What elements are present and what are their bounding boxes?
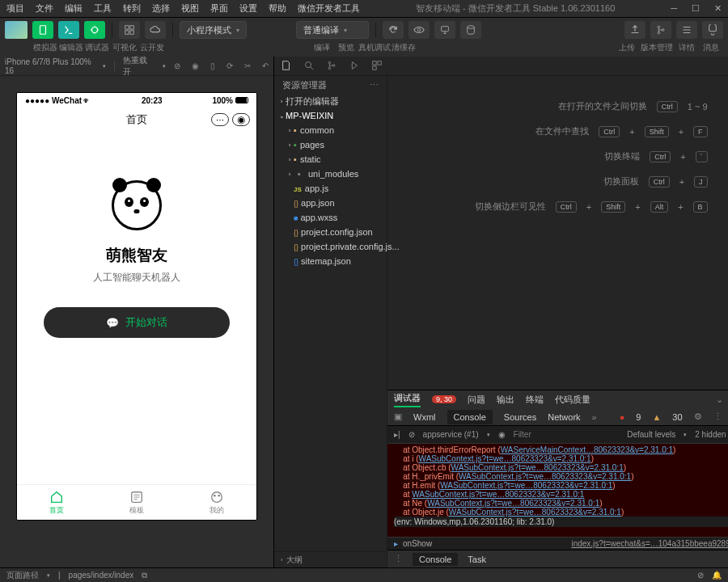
extensions-icon[interactable] xyxy=(371,60,383,73)
devtab-console[interactable]: Console xyxy=(447,410,493,424)
phone-nav: 首页 ··· ◉ xyxy=(17,108,256,132)
tree-folder[interactable]: ›common xyxy=(274,123,387,137)
record-icon[interactable]: ◉ xyxy=(192,61,199,70)
simulator-button[interactable] xyxy=(32,21,53,39)
live-icon[interactable]: ◉ xyxy=(498,430,506,439)
details-button[interactable] xyxy=(676,21,697,39)
device-icon[interactable]: ▯ xyxy=(210,61,215,70)
back-icon[interactable]: ↶ xyxy=(262,61,269,70)
current-path[interactable]: pages/index/index xyxy=(69,571,134,580)
messages-button[interactable] xyxy=(702,21,723,39)
tree-root[interactable]: ⌄MP-WEIXIN xyxy=(274,108,387,123)
warn-count[interactable]: 30 xyxy=(672,412,682,422)
footer-tab-task[interactable]: Task xyxy=(468,555,486,564)
compile-button[interactable] xyxy=(383,21,404,39)
menu-view[interactable]: 视图 xyxy=(181,2,199,15)
filter-input[interactable] xyxy=(514,430,550,439)
editor-button[interactable] xyxy=(58,21,79,39)
menu-goto[interactable]: 转到 xyxy=(123,2,141,15)
devtab-more-icon[interactable]: » xyxy=(592,412,597,422)
menu-tools[interactable]: 工具 xyxy=(94,2,112,15)
compile-select[interactable]: 普通编译 xyxy=(296,21,369,39)
remote-debug-button[interactable] xyxy=(434,21,455,39)
tab-home[interactable]: 首页 xyxy=(17,485,97,520)
tab-debugger[interactable]: 调试器 xyxy=(394,392,421,407)
tree-folder[interactable]: ›static xyxy=(274,152,387,167)
tab-problems[interactable]: 问题 xyxy=(468,394,485,406)
hot-reload-toggle[interactable]: 热重载 开 xyxy=(123,55,154,78)
version-button[interactable] xyxy=(650,21,671,39)
bell-icon[interactable]: 🔔 xyxy=(712,571,722,580)
visual-button[interactable] xyxy=(119,21,140,39)
devtab-wxml[interactable]: Wxml xyxy=(413,412,436,422)
tab-quality[interactable]: 代码质量 xyxy=(555,394,590,406)
start-chat-button[interactable]: 💬 开始对话 xyxy=(44,307,230,338)
tree-file[interactable]: sitemap.json xyxy=(274,254,387,268)
app-title: 萌熊智友 xyxy=(106,245,167,266)
search-icon[interactable] xyxy=(303,60,315,73)
file-tree: ›打开的编辑器 ⌄MP-WEIXIN ›common ›pages ›stati… xyxy=(274,94,387,268)
collapse-icon[interactable]: ⌄ xyxy=(716,394,723,405)
kebab-icon[interactable]: ⋮ xyxy=(713,411,722,422)
menu-select[interactable]: 选择 xyxy=(152,2,170,15)
context-select[interactable]: appservice (#1) xyxy=(423,430,479,439)
menu-project[interactable]: 项目 xyxy=(6,2,24,15)
inspect-icon[interactable]: ▣ xyxy=(394,411,402,422)
tree-file[interactable]: app.json xyxy=(274,196,387,210)
svg-point-13 xyxy=(211,491,222,502)
tab-template[interactable]: 模板 xyxy=(97,485,177,520)
preview-button[interactable] xyxy=(408,21,430,39)
notification-icon[interactable]: ⊘ xyxy=(697,571,704,580)
avatar[interactable] xyxy=(5,21,28,39)
mute-icon[interactable]: ⊘ xyxy=(174,61,180,70)
tree-file[interactable]: project.private.config.js... xyxy=(274,239,387,254)
tree-file[interactable]: app.js xyxy=(274,181,387,196)
hidden-count[interactable]: 2 hidden xyxy=(695,430,726,439)
console-output[interactable]: at Object.thirdErrorReport (WAServiceMai… xyxy=(387,444,728,537)
menu-settings[interactable]: 设置 xyxy=(239,2,257,15)
clear-cache-button[interactable] xyxy=(460,21,481,39)
files-icon[interactable] xyxy=(281,60,292,73)
menu-help[interactable]: 帮助 xyxy=(269,2,286,15)
outline-section[interactable]: ›大纲 xyxy=(274,551,387,567)
levels-select[interactable]: Default levels xyxy=(627,430,675,439)
tree-file[interactable]: project.config.json xyxy=(274,225,387,239)
cut-icon[interactable]: ✂ xyxy=(244,61,251,70)
git-icon[interactable] xyxy=(326,60,337,73)
device-select[interactable]: iPhone 6/7/8 Plus 100% 16 xyxy=(5,57,95,75)
more-icon[interactable]: ⋯ xyxy=(370,80,379,91)
clear-console-icon[interactable]: ⊘ xyxy=(408,430,415,439)
debug-icon[interactable] xyxy=(349,60,360,73)
mode-select[interactable]: 小程序模式 xyxy=(180,21,247,39)
close-icon[interactable]: ✕ xyxy=(714,3,722,14)
tree-folder[interactable]: ›pages xyxy=(274,137,387,152)
capsule-menu-icon[interactable]: ··· xyxy=(211,113,229,126)
cloud-button[interactable] xyxy=(145,21,166,39)
tree-open-editors[interactable]: ›打开的编辑器 xyxy=(274,94,387,108)
footer-tab-console[interactable]: Console xyxy=(413,553,458,566)
toolbar-labels: 模拟器 编辑器 调试器 可视化 云开发 编译 预览 真机调试 清缓存 上传 版本… xyxy=(0,42,728,57)
devtab-sources[interactable]: Sources xyxy=(504,412,536,422)
menu-interface[interactable]: 界面 xyxy=(210,2,228,15)
tab-mine[interactable]: 我的 xyxy=(176,485,256,520)
capsule-close-icon[interactable]: ◉ xyxy=(232,113,250,126)
debugger-button[interactable] xyxy=(84,21,105,39)
tab-terminal[interactable]: 终端 xyxy=(526,394,544,406)
rotate-icon[interactable]: ⟳ xyxy=(226,61,233,70)
tree-folder[interactable]: ›▪uni_modules xyxy=(274,167,387,181)
upload-button[interactable] xyxy=(624,21,645,39)
menu-devtools[interactable]: 微信开发者工具 xyxy=(298,2,360,15)
tab-output[interactable]: 输出 xyxy=(497,394,514,406)
devtab-network[interactable]: Network xyxy=(548,412,580,422)
menu-file[interactable]: 文件 xyxy=(36,2,53,15)
gear-icon[interactable]: ⚙ xyxy=(694,411,702,422)
copy-icon[interactable]: ⧉ xyxy=(142,571,147,580)
minimize-icon[interactable]: ─ xyxy=(671,3,677,14)
tree-file[interactable]: app.wxss xyxy=(274,210,387,225)
sidebar-toggle-icon[interactable]: ▸| xyxy=(394,430,400,439)
console-message[interactable]: ▸onShow index.js?t=wechat&s=…104a315bbee… xyxy=(387,537,728,550)
maximize-icon[interactable]: ☐ xyxy=(692,3,700,14)
error-count[interactable]: 9 xyxy=(636,412,641,422)
console-kebab-icon[interactable]: ⋮ xyxy=(394,554,403,564)
menu-edit[interactable]: 编辑 xyxy=(65,2,83,15)
